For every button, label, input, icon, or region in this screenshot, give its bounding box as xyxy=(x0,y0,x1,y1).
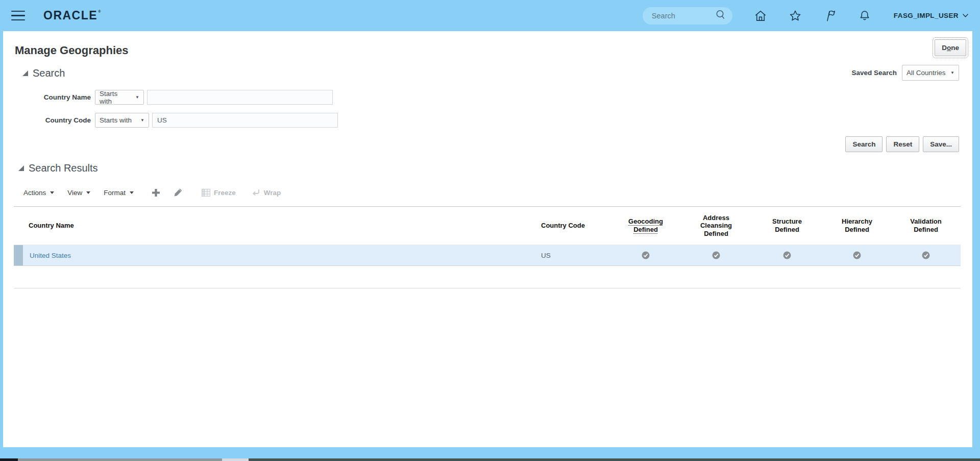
country-link[interactable]: United States xyxy=(30,252,71,259)
dropdown-arrow-icon: ▼ xyxy=(135,95,139,100)
menu-caret-icon xyxy=(86,191,90,194)
user-name: FASG_IMPL_USER xyxy=(894,12,959,19)
saved-search-select[interactable]: All Countries ▼ xyxy=(902,65,959,81)
col-header-structure-defined[interactable]: Structure Defined xyxy=(751,217,823,233)
operator-value: Starts with xyxy=(100,116,132,124)
wrap-arrow-icon xyxy=(251,188,260,197)
dropdown-arrow-icon: ▼ xyxy=(140,118,144,123)
add-icon[interactable] xyxy=(151,188,161,198)
country-name-operator-select[interactable]: Starts with ▼ xyxy=(95,90,144,105)
country-code-label: Country Code xyxy=(33,116,91,124)
search-icon[interactable] xyxy=(715,9,726,22)
results-section-title: Search Results xyxy=(29,162,98,174)
search-section-title: Search xyxy=(33,67,65,79)
search-button[interactable]: Search xyxy=(845,136,883,152)
dropdown-arrow-icon: ▼ xyxy=(950,70,954,75)
col-header-country-name[interactable]: Country Name xyxy=(14,222,528,230)
format-menu-label: Format xyxy=(104,189,126,197)
wrap-button[interactable]: Wrap xyxy=(251,188,281,197)
actions-menu[interactable]: Actions xyxy=(23,189,54,197)
table-row[interactable]: United States US xyxy=(14,245,961,266)
format-menu[interactable]: Format xyxy=(104,189,134,197)
country-code-input[interactable] xyxy=(152,113,338,128)
check-circle-icon xyxy=(712,251,720,259)
col-header-hierarchy-defined[interactable]: Hierarchy Defined xyxy=(823,217,891,233)
address-cleansing-defined-cell xyxy=(681,251,751,259)
menu-caret-icon xyxy=(130,191,134,194)
global-header: ORACLE® FASG_IMPL_USER xyxy=(0,0,980,31)
navigator-menu-icon[interactable] xyxy=(11,11,25,20)
results-section-header: Search Results xyxy=(18,162,98,174)
edit-pencil-icon[interactable] xyxy=(173,187,183,198)
country-code-row: Country Code Starts with ▼ xyxy=(33,113,338,128)
check-circle-icon xyxy=(853,251,861,259)
results-toolbar: Actions View Format Freeze xyxy=(23,185,296,200)
criteria-buttons: Search Reset Save... xyxy=(845,136,959,152)
view-menu-label: View xyxy=(67,189,82,197)
registered-mark: ® xyxy=(98,10,102,13)
page-title: Manage Geographies xyxy=(15,44,129,57)
chevron-down-icon xyxy=(962,13,969,18)
announcements-flag-icon[interactable] xyxy=(823,9,837,22)
check-circle-icon xyxy=(642,251,650,259)
freeze-label: Freeze xyxy=(214,189,236,197)
collapse-triangle-icon[interactable] xyxy=(18,165,24,171)
wrap-label: Wrap xyxy=(264,189,281,197)
search-section-header: Search xyxy=(22,67,65,79)
col-header-validation-defined[interactable]: Validation Defined xyxy=(891,217,961,233)
check-circle-icon xyxy=(783,251,791,259)
country-code-cell: US xyxy=(528,252,610,259)
structure-defined-cell xyxy=(751,251,823,259)
country-name-cell: United States xyxy=(14,245,528,265)
user-menu[interactable]: FASG_IMPL_USER xyxy=(894,12,969,19)
collapse-triangle-icon[interactable] xyxy=(22,70,28,76)
global-search-input[interactable] xyxy=(652,12,715,20)
home-icon[interactable] xyxy=(754,9,767,22)
country-name-input[interactable] xyxy=(147,90,333,105)
country-code-operator-select[interactable]: Starts with ▼ xyxy=(95,113,149,128)
geocoding-defined-cell xyxy=(610,251,681,259)
row-selector[interactable] xyxy=(14,245,23,265)
taskbar-strip xyxy=(0,458,980,461)
view-menu[interactable]: View xyxy=(67,189,90,197)
freeze-button[interactable]: Freeze xyxy=(202,189,236,197)
country-name-label: Country Name xyxy=(33,93,91,101)
col-header-country-code[interactable]: Country Code xyxy=(528,222,610,230)
page-content: Manage Geographies Done Search Saved Sea… xyxy=(3,31,972,447)
oracle-logo: ORACLE® xyxy=(43,9,102,22)
operator-value: Starts with xyxy=(100,90,131,105)
menu-caret-icon xyxy=(50,191,54,194)
col-header-geocoding-defined[interactable]: Geocoding Defined xyxy=(610,217,681,233)
table-empty-area xyxy=(14,266,961,288)
hierarchy-defined-cell xyxy=(823,251,891,259)
save-button[interactable]: Save... xyxy=(923,136,959,152)
validation-defined-cell xyxy=(891,251,961,259)
notifications-bell-icon[interactable] xyxy=(858,9,871,22)
country-name-row: Country Name Starts with ▼ xyxy=(33,90,333,105)
reset-button[interactable]: Reset xyxy=(886,136,919,152)
table-header-row: Country Name Country Code Geocoding Defi… xyxy=(14,207,961,245)
results-table: Country Name Country Code Geocoding Defi… xyxy=(14,206,961,288)
freeze-table-icon xyxy=(202,189,210,197)
actions-menu-label: Actions xyxy=(23,189,46,197)
done-button[interactable]: Done xyxy=(935,39,966,56)
favorites-star-icon[interactable] xyxy=(789,9,802,22)
check-circle-icon xyxy=(922,251,930,259)
global-search[interactable] xyxy=(643,7,732,25)
col-header-address-cleansing-defined[interactable]: Address Cleansing Defined xyxy=(681,214,751,238)
saved-search-label: Saved Search xyxy=(851,69,897,77)
oracle-logo-text: ORACLE xyxy=(43,9,97,22)
saved-search: Saved Search All Countries ▼ xyxy=(851,65,959,81)
saved-search-value: All Countries xyxy=(906,69,946,77)
